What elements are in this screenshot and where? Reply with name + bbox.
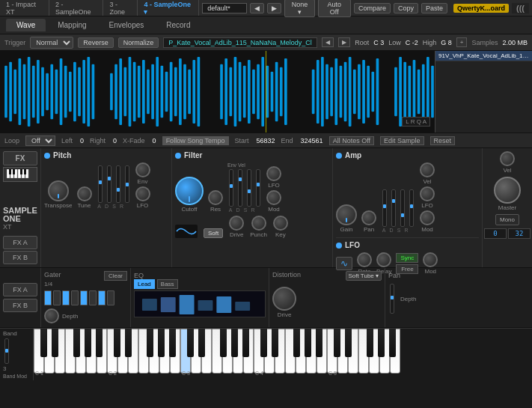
tune-knob[interactable] [77, 186, 92, 201]
gater-step-1[interactable] [44, 290, 52, 305]
pan-knob[interactable] [361, 210, 376, 225]
pan-fx-fader[interactable] [390, 284, 394, 314]
distortion-drive-knob[interactable] [272, 287, 296, 311]
tab-envelopes[interactable]: Envelopes [99, 19, 155, 31]
amp-a-fader[interactable] [382, 189, 387, 227]
pitch-env-knob[interactable] [135, 162, 150, 177]
waveform-area[interactable]: 91V_VhP_Kate_Vocal_AdLib_115_ L R Q A [0, 51, 532, 133]
pitch-s-fader[interactable] [116, 165, 120, 203]
amp-r-fader[interactable] [409, 189, 414, 227]
gater-clear-btn[interactable]: Clear [104, 271, 127, 281]
track-segment-4[interactable]: 4 - SampleOne ▾ [141, 0, 199, 16]
follow-tempo-btn[interactable]: Follow Song Tempo [162, 136, 229, 145]
gater-step-4[interactable] [71, 290, 79, 305]
amp-mod-knob[interactable] [420, 210, 435, 225]
fx-button[interactable]: FX [3, 151, 37, 165]
reset-btn[interactable]: Reset [430, 136, 456, 145]
key-cs2[interactable] [114, 329, 120, 357]
sample-list-item[interactable]: 91V_VhP_Kate_Vocal_AdLib_115_ [435, 51, 532, 61]
lfo-rate-knob[interactable] [357, 252, 372, 267]
eq-bass-btn[interactable]: Bass [157, 279, 178, 289]
key-gs4[interactable] [305, 329, 311, 357]
lfo-mod-knob[interactable] [423, 252, 438, 267]
lfo-delay-knob[interactable] [376, 252, 391, 267]
none-select[interactable]: None ▾ [284, 0, 315, 17]
soft-tube-select[interactable]: Soft Tube ▾ [346, 271, 382, 281]
key-as1[interactable] [96, 329, 103, 357]
filter-lfo-knob[interactable] [266, 166, 281, 181]
gater-step-2[interactable] [53, 290, 61, 305]
punch-knob[interactable] [251, 216, 266, 231]
amp-lfo-knob[interactable] [420, 186, 435, 201]
key-knob[interactable] [273, 216, 288, 231]
key-cs1[interactable] [40, 329, 47, 357]
tab-record[interactable]: Record [156, 19, 201, 31]
key-gs5[interactable] [378, 329, 385, 357]
band-fader[interactable] [4, 338, 9, 364]
key-ds4[interactable] [272, 329, 278, 357]
key-ds5[interactable] [345, 329, 352, 357]
key-cs5[interactable] [334, 329, 340, 357]
eq-lead-btn[interactable]: Lead [134, 279, 155, 289]
key-gs3[interactable] [231, 329, 238, 357]
copy-btn[interactable]: Copy [394, 3, 418, 13]
fx-a-button[interactable]: FX A [3, 236, 37, 249]
mini-keyboard-btn[interactable] [3, 167, 37, 182]
tab-wave[interactable]: Wave [6, 19, 46, 31]
mono-btn[interactable]: Mono [495, 214, 519, 225]
vel-knob[interactable] [500, 151, 515, 166]
pitch-a-fader[interactable] [98, 165, 103, 203]
fx-a-btn[interactable]: FX A [3, 283, 37, 296]
key-as2[interactable] [169, 329, 176, 357]
prev-preset-btn[interactable]: ◀ [250, 3, 264, 13]
key-fs4[interactable] [293, 329, 300, 357]
key-ds2[interactable] [125, 329, 132, 357]
gater-depth-knob[interactable] [44, 308, 59, 323]
key-cs3[interactable] [187, 329, 194, 357]
amp-s-fader[interactable] [400, 189, 405, 227]
filter-mod-knob[interactable] [266, 190, 281, 205]
preset-display[interactable]: default* [202, 3, 247, 13]
drive-knob[interactable] [229, 216, 244, 231]
key-fs2[interactable] [147, 329, 153, 357]
paste-btn[interactable]: Paste [421, 3, 447, 13]
pitch-d-fader[interactable] [107, 165, 111, 203]
gater-step-6[interactable] [89, 290, 97, 305]
trigger-select[interactable]: Normal [30, 37, 73, 49]
filter-s-fader[interactable] [247, 169, 251, 207]
normalize-btn[interactable]: Normalize [118, 37, 159, 48]
all-notes-off-btn[interactable]: All Notes Off [329, 136, 374, 145]
gater-step-7[interactable] [98, 290, 106, 305]
gain-knob[interactable] [336, 204, 357, 225]
fx-b-button[interactable]: FX B [3, 251, 37, 264]
gater-step-5[interactable] [80, 290, 88, 305]
autooff-btn[interactable]: Auto Off [318, 0, 351, 17]
soft-btn[interactable]: Soft [204, 228, 223, 238]
key-gs2[interactable] [158, 329, 165, 357]
filter-a-fader[interactable] [229, 169, 233, 207]
key-ds1[interactable] [52, 329, 58, 357]
transpose-knob[interactable] [48, 180, 69, 201]
key-fs5[interactable] [367, 329, 373, 357]
sync-btn[interactable]: Sync [396, 253, 418, 263]
amp-vel-knob[interactable] [420, 162, 435, 177]
gater-step-8[interactable] [107, 290, 114, 305]
cutoff-knob[interactable] [175, 177, 204, 205]
reverse-btn[interactable]: Reverse [78, 37, 114, 48]
edit-sample-btn[interactable]: Edit Sample [380, 136, 424, 145]
filter-r-fader[interactable] [256, 169, 260, 207]
key-as3[interactable] [242, 329, 249, 357]
key-gs1[interactable] [85, 329, 91, 357]
tab-mapping[interactable]: Mapping [47, 19, 97, 31]
compare-btn[interactable]: Compare [354, 3, 391, 13]
gater-step-3[interactable] [62, 290, 70, 305]
res-knob[interactable] [208, 190, 223, 205]
key-fs1[interactable] [73, 329, 80, 357]
next-preset-btn[interactable]: ▶ [267, 3, 281, 13]
key-fs3[interactable] [220, 329, 227, 357]
filename-next-btn[interactable]: ▶ [338, 37, 350, 47]
pitch-r-fader[interactable] [125, 165, 129, 203]
filename-prev-btn[interactable]: ◀ [322, 37, 334, 47]
fx-b-btn[interactable]: FX B [3, 299, 37, 312]
master-knob[interactable] [494, 177, 521, 204]
